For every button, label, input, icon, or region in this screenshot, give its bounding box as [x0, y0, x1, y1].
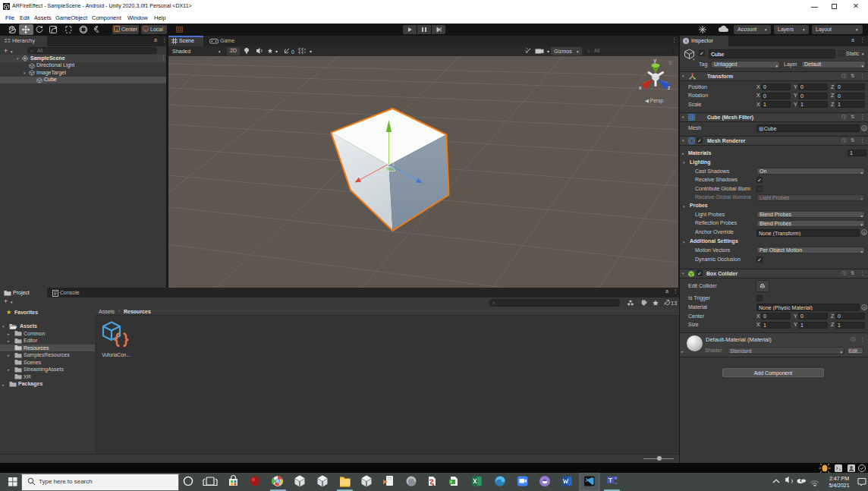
svg-text:13: 13: [671, 300, 677, 307]
svg-text:x: x: [639, 85, 642, 90]
svg-text:▾: ▾: [275, 49, 278, 54]
svg-text:0: 0: [291, 49, 294, 55]
svg-text:y: y: [654, 58, 657, 64]
svg-text:z: z: [668, 85, 671, 90]
svg-text:▾: ▾: [310, 49, 312, 54]
svg-text:◀ Persp: ◀ Persp: [645, 98, 663, 104]
svg-text:☰: ☰: [668, 61, 672, 65]
svg-text:▾: ▾: [547, 49, 549, 54]
